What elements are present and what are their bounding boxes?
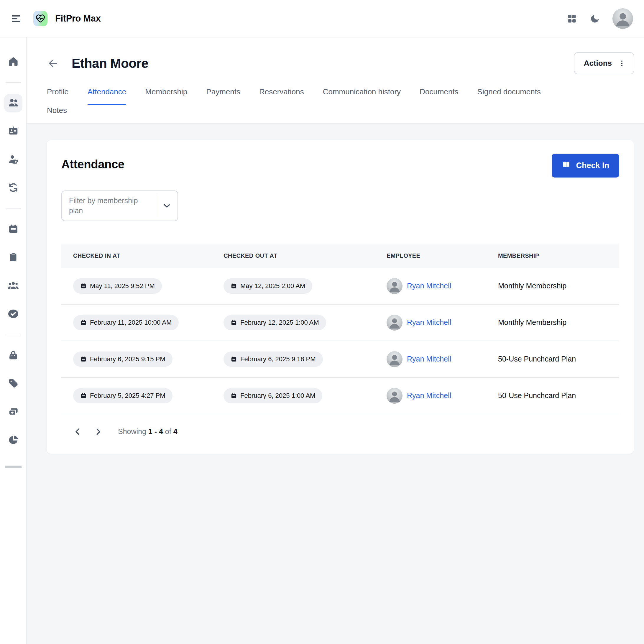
sidebar-item-reports[interactable]	[4, 431, 22, 450]
checked-out-chip: February 12, 2025 1:00 AM	[224, 315, 326, 330]
chevron-down-icon	[156, 191, 178, 221]
back-arrow-icon[interactable]	[47, 57, 59, 70]
sidebar-item-sync[interactable]	[4, 179, 22, 197]
sidebar-divider	[6, 208, 21, 209]
id-badge-icon	[8, 125, 19, 138]
membership-filter-select[interactable]: Filter by membership plan	[61, 190, 178, 221]
tab-membership[interactable]: Membership	[145, 87, 187, 105]
sidebar-item-id-badge[interactable]	[4, 122, 22, 141]
checked-out-chip: February 6, 2025 1:00 AM	[224, 388, 322, 403]
tag-icon	[8, 378, 19, 390]
tab-notes[interactable]: Notes	[47, 105, 67, 123]
checked-in-value: February 5, 2025 4:27 PM	[90, 392, 165, 400]
sidebar-item-tags[interactable]	[4, 375, 22, 393]
pagination-range: 1 - 4	[148, 427, 163, 436]
tab-payments[interactable]: Payments	[206, 87, 240, 105]
checked-in-chip: February 6, 2025 9:15 PM	[73, 351, 173, 367]
employee-avatar	[387, 351, 403, 367]
check-circle-icon	[7, 308, 19, 321]
sidebar-item-groups[interactable]	[4, 277, 22, 295]
column-header-checked-in: CHECKED IN AT	[61, 244, 212, 268]
checked-out-value: February 6, 2025 9:18 PM	[240, 355, 316, 363]
pagination-summary: Showing 1 - 4 of 4	[118, 427, 178, 436]
employee-avatar	[387, 315, 403, 331]
checked-out-chip: May 12, 2025 2:00 AM	[224, 278, 312, 294]
sidebar-item-calendar[interactable]	[4, 220, 22, 239]
user-avatar[interactable]	[612, 8, 633, 29]
sidebar-item-members[interactable]	[4, 94, 22, 112]
checked-in-value: May 11, 2025 9:52 PM	[90, 282, 155, 290]
sidebar-item-shop[interactable]	[4, 346, 22, 365]
membership-value: 50-Use Punchcard Plan	[486, 355, 619, 363]
panel-title: Attendance	[61, 158, 124, 171]
tab-signed-documents[interactable]: Signed documents	[477, 87, 541, 105]
employee-avatar	[387, 388, 403, 404]
sidebar	[0, 37, 27, 644]
sidebar-divider	[6, 335, 21, 335]
sidebar-item-payments[interactable]	[4, 403, 22, 421]
shopping-bag-icon	[8, 349, 19, 362]
tab-communication-history[interactable]: Communication history	[323, 87, 401, 105]
checked-in-value: February 11, 2025 10:00 AM	[90, 319, 172, 326]
tabs: Profile Attendance Membership Payments R…	[47, 87, 634, 123]
refresh-icon	[8, 182, 19, 194]
checked-in-chip: February 11, 2025 10:00 AM	[73, 315, 179, 330]
table-row: February 6, 2025 9:15 PM February 6, 202…	[61, 341, 619, 378]
sidebar-item-tasks[interactable]	[4, 305, 22, 323]
employee-avatar	[387, 278, 403, 294]
user-gear-icon	[8, 154, 19, 166]
apps-grid-icon[interactable]	[566, 13, 577, 24]
sidebar-scrollbar[interactable]	[5, 466, 22, 468]
sidebar-item-clipboard[interactable]	[4, 249, 22, 267]
tab-profile[interactable]: Profile	[47, 87, 69, 105]
people-group-icon	[7, 280, 19, 293]
heart-pulse-logo-icon	[33, 11, 47, 26]
checked-in-chip: May 11, 2025 9:52 PM	[73, 278, 162, 294]
checked-out-value: February 6, 2025 1:00 AM	[240, 392, 315, 400]
clipboard-icon	[8, 252, 19, 264]
actions-button-label: Actions	[584, 59, 612, 68]
pagination: Showing 1 - 4 of 4	[61, 427, 619, 436]
employee-link[interactable]: Ryan Mitchell	[407, 391, 451, 400]
calendar-icon	[8, 223, 19, 236]
employee-link[interactable]: Ryan Mitchell	[407, 318, 451, 327]
tab-documents[interactable]: Documents	[420, 87, 459, 105]
cash-icon	[8, 406, 19, 418]
previous-page-icon[interactable]	[73, 427, 82, 436]
checked-in-chip: February 5, 2025 4:27 PM	[73, 388, 173, 403]
membership-value: Monthly Membership	[486, 282, 619, 290]
checked-out-value: May 12, 2025 2:00 AM	[240, 282, 305, 290]
users-icon	[7, 97, 19, 110]
moon-icon[interactable]	[590, 14, 600, 24]
pagination-total: 4	[173, 427, 178, 436]
menu-icon[interactable]	[10, 13, 22, 24]
brand[interactable]: FitPro Max	[33, 11, 101, 26]
check-in-button[interactable]: Check In	[552, 154, 619, 178]
sidebar-divider	[6, 82, 21, 83]
employee-link[interactable]: Ryan Mitchell	[407, 282, 451, 290]
kebab-menu-icon	[618, 59, 626, 68]
sidebar-item-home[interactable]	[4, 53, 22, 71]
membership-value: Monthly Membership	[486, 318, 619, 327]
membership-filter-placeholder: Filter by membership plan	[62, 191, 156, 221]
next-page-icon[interactable]	[94, 427, 103, 436]
page-title: Ethan Moore	[72, 56, 148, 71]
tab-attendance[interactable]: Attendance	[88, 87, 127, 105]
table-row: May 11, 2025 9:52 PM May 12, 2025 2:00 A…	[61, 268, 619, 305]
table-row: February 11, 2025 10:00 AM February 12, …	[61, 305, 619, 341]
column-header-membership: MEMBERSHIP	[486, 244, 619, 268]
check-in-button-label: Check In	[576, 161, 609, 170]
actions-button[interactable]: Actions	[574, 52, 634, 74]
tab-reservations[interactable]: Reservations	[259, 87, 304, 105]
book-icon	[562, 160, 571, 171]
main-area: Ethan Moore Actions Profile Attendance M…	[27, 37, 644, 644]
home-icon	[8, 56, 19, 68]
pagination-of-label: of	[165, 427, 171, 436]
pie-chart-icon	[7, 434, 19, 447]
employee-link[interactable]: Ryan Mitchell	[407, 355, 451, 363]
checked-out-chip: February 6, 2025 9:18 PM	[224, 351, 323, 367]
table-header-row: CHECKED IN AT CHECKED OUT AT EMPLOYEE ME…	[61, 244, 619, 268]
sidebar-item-staff-settings[interactable]	[4, 151, 22, 169]
attendance-card: Attendance Check In Filter by membership…	[47, 140, 634, 454]
attendance-table: CHECKED IN AT CHECKED OUT AT EMPLOYEE ME…	[61, 244, 619, 414]
